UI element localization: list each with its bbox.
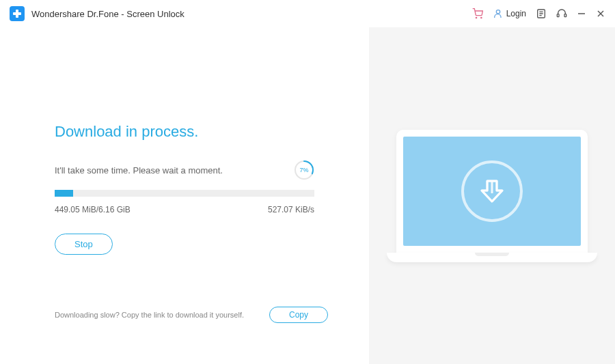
laptop-screen — [396, 130, 588, 253]
left-panel: Download in process. It'll take some tim… — [0, 27, 369, 364]
titlebar: Wondershare Dr.Fone - Screen Unlock Logi… — [0, 0, 615, 27]
downloaded-size: 449.05 MiB/6.16 GiB — [55, 205, 131, 214]
slow-download-text: Downloading slow? Copy the link to downl… — [55, 311, 244, 319]
support-icon[interactable] — [556, 8, 567, 19]
laptop-base — [387, 253, 597, 262]
feedback-icon[interactable] — [536, 8, 547, 19]
subtext-row: It'll take some time. Please wait a mome… — [55, 160, 314, 180]
login-button[interactable]: Login — [493, 8, 526, 19]
close-button[interactable] — [596, 9, 605, 18]
app-logo-icon — [10, 6, 25, 21]
svg-point-2 — [476, 17, 476, 18]
page-heading: Download in process. — [55, 123, 314, 141]
laptop-notch — [475, 253, 509, 256]
svg-rect-7 — [564, 14, 566, 17]
svg-rect-1 — [13, 12, 21, 15]
progress-percent-label: 7% — [299, 167, 308, 173]
minimize-button[interactable] — [577, 9, 586, 18]
svg-point-4 — [496, 10, 500, 14]
progress-fill — [55, 190, 73, 197]
download-speed: 527.07 KiB/s — [268, 205, 314, 214]
wait-message: It'll take some time. Please wait a mome… — [55, 165, 223, 176]
progress-bar — [55, 190, 314, 197]
stop-button[interactable]: Stop — [55, 234, 113, 255]
footer-row: Downloading slow? Copy the link to downl… — [55, 307, 328, 323]
cart-icon[interactable] — [472, 8, 483, 19]
download-arrow-icon — [461, 160, 523, 222]
app-title: Wondershare Dr.Fone - Screen Unlock — [31, 9, 472, 19]
svg-point-3 — [480, 17, 481, 18]
svg-rect-6 — [557, 14, 559, 17]
login-label: Login — [506, 9, 526, 18]
progress-circle: 7% — [294, 160, 314, 180]
laptop-display — [403, 137, 581, 246]
laptop-illustration — [396, 130, 588, 262]
progress-stats: 449.05 MiB/6.16 GiB 527.07 KiB/s — [55, 205, 314, 214]
right-panel — [369, 27, 615, 364]
copy-button[interactable]: Copy — [269, 307, 328, 323]
content: Download in process. It'll take some tim… — [0, 27, 615, 364]
titlebar-controls: Login — [472, 8, 605, 19]
